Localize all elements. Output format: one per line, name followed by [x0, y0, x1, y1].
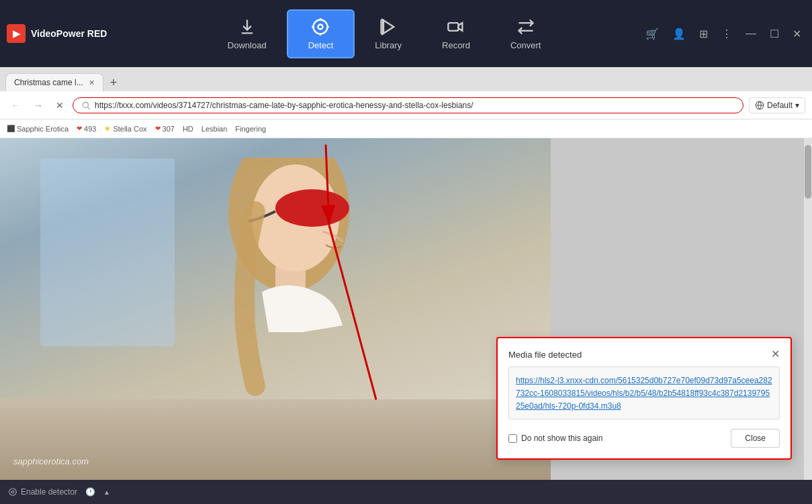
browser-tab[interactable]: Christmas came l... ✕ [5, 73, 103, 91]
nav-detect-label: Detect [308, 40, 334, 50]
nav-record-label: Record [442, 40, 470, 50]
close-button[interactable]: ✕ [788, 26, 805, 42]
browser-area: Christmas came l... ✕ + ← → ✕ Default ▾ [0, 67, 812, 504]
default-select[interactable]: Default ▾ [749, 97, 805, 113]
new-tab-button[interactable]: + [105, 76, 123, 90]
do-not-show-label[interactable]: Do not show this again [508, 434, 602, 443]
tag-count-493: ❤ 493 [77, 125, 96, 133]
url-input-wrap [73, 97, 743, 113]
nav-buttons: Download Detect Library [127, 9, 641, 58]
globe-icon [755, 101, 764, 110]
enable-detector-label: Enable detector [21, 487, 77, 497]
tag-hd: HD [183, 125, 193, 133]
media-dialog-title: Media file detected [508, 350, 582, 360]
svg-point-21 [11, 491, 14, 493]
tags-bar: ⬛ Sapphic Erotica ❤ 493 ★ Stella Cox ❤ 3… [0, 119, 812, 138]
cart-icon[interactable]: 🛒 [641, 26, 663, 42]
history-item[interactable]: 🕐 [85, 487, 95, 497]
maximize-button[interactable]: ☐ [766, 26, 783, 42]
library-icon [379, 17, 398, 36]
svg-point-16 [275, 189, 349, 227]
nav-convert[interactable]: Convert [490, 11, 561, 57]
tag-count-307: ❤ 307 [155, 125, 175, 133]
url-input[interactable] [95, 101, 735, 110]
heart-icon-2: ❤ [155, 125, 161, 132]
svg-point-9 [83, 102, 88, 107]
media-url-link[interactable]: https://hls2-l3.xnxx-cdn.com/5615325d0b7… [516, 376, 772, 411]
default-label: Default [767, 101, 793, 110]
tab-close-button[interactable]: ✕ [89, 79, 95, 87]
hd-label: HD [183, 125, 193, 133]
detector-icon [8, 487, 17, 497]
titlebar: ▶ VideoPower RED Download Detect [0, 0, 812, 67]
tab-title: Christmas came l... [14, 78, 83, 87]
enable-detector-item[interactable]: Enable detector [8, 487, 77, 497]
nav-download-label: Download [228, 40, 267, 50]
lesbian-label: Lesbian [201, 125, 228, 133]
chevron-up-item[interactable]: ▲ [103, 489, 110, 496]
tag-lesbian: Lesbian [201, 125, 228, 133]
chevron-up-icon: ▲ [103, 489, 110, 496]
nav-library[interactable]: Library [355, 11, 422, 57]
grid-icon[interactable]: ⊞ [695, 26, 712, 42]
search-icon [81, 101, 91, 110]
record-icon [447, 17, 465, 36]
fingering-label: Fingering [235, 125, 266, 133]
svg-point-1 [318, 24, 323, 29]
tag-sapphic: ⬛ Sapphic Erotica [7, 125, 69, 133]
bottom-bar: Enable detector 🕐 ▲ [0, 480, 812, 504]
scrollbar-thumb [805, 145, 811, 199]
media-url-box: https://hls2-l3.xnxx-cdn.com/5615325d0b7… [508, 366, 780, 419]
svg-marker-6 [383, 19, 394, 34]
do-not-show-checkbox[interactable] [508, 434, 517, 443]
history-icon: 🕐 [85, 487, 95, 497]
svg-point-20 [9, 489, 17, 496]
video-frame: sapphicerotica.com [0, 138, 551, 480]
dialog-footer: Do not show this again Close [508, 429, 780, 448]
logo-icon: ▶ [7, 24, 26, 43]
minimize-button[interactable]: — [741, 26, 760, 41]
forward-button[interactable]: → [30, 97, 47, 113]
watermark-text: sapphicerotica.com [13, 456, 89, 466]
woman-figure [134, 158, 403, 413]
tab-bar: Christmas came l... ✕ + [0, 67, 812, 91]
count-493-label: 493 [84, 125, 96, 133]
back-button[interactable]: ← [7, 97, 24, 113]
more-icon[interactable]: ⋮ [717, 26, 736, 42]
stop-button[interactable]: ✕ [52, 99, 67, 112]
select-chevron: ▾ [795, 101, 799, 110]
svg-point-0 [314, 19, 328, 34]
media-dialog-close-icon[interactable]: ✕ [771, 349, 780, 360]
app-logo: ▶ VideoPower RED [7, 24, 107, 43]
close-dialog-button[interactable]: Close [731, 429, 780, 448]
tag-sapphic-label: Sapphic Erotica [17, 125, 69, 133]
heart-icon: ❤ [77, 125, 82, 132]
convert-icon [516, 17, 535, 36]
media-dialog: Media file detected ✕ https://hls2-l3.xn… [496, 337, 792, 460]
app-name: VideoPower RED [31, 28, 107, 39]
video-area: sapphicerotica.com Media f [0, 138, 812, 480]
do-not-show-text: Do not show this again [521, 434, 602, 443]
svg-line-10 [88, 107, 90, 109]
media-dialog-header: Media file detected ✕ [508, 349, 780, 360]
count-307-label: 307 [163, 125, 175, 133]
user-icon[interactable]: 👤 [668, 26, 690, 42]
titlebar-controls: 🛒 👤 ⊞ ⋮ — ☐ ✕ [641, 26, 805, 42]
sapphic-icon: ⬛ [7, 125, 15, 132]
svg-rect-8 [448, 23, 458, 31]
address-bar: ← → ✕ Default ▾ [0, 91, 812, 119]
tag-stella: ★ Stella Cox [104, 124, 146, 133]
star-icon: ★ [104, 124, 111, 133]
tag-fingering: Fingering [235, 125, 266, 133]
download-icon [238, 17, 257, 36]
detect-icon [311, 17, 330, 36]
nav-convert-label: Convert [510, 40, 541, 50]
nav-record[interactable]: Record [422, 11, 490, 57]
nav-download[interactable]: Download [208, 11, 287, 57]
scrollbar[interactable] [804, 138, 812, 480]
nav-library-label: Library [375, 40, 402, 50]
tag-stella-label: Stella Cox [113, 125, 146, 133]
nav-detect[interactable]: Detect [287, 9, 355, 58]
